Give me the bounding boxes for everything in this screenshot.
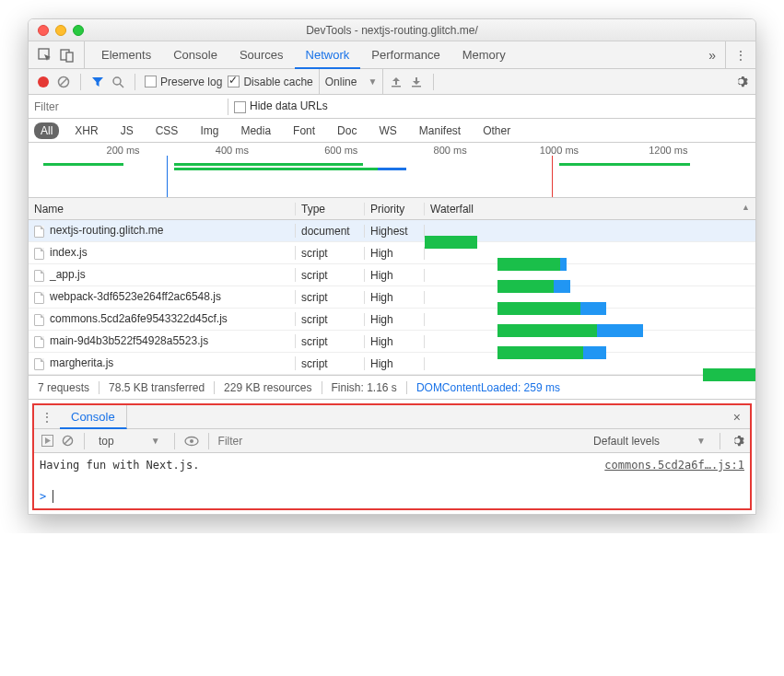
svg-line-11 bbox=[64, 437, 71, 444]
close-drawer-button[interactable]: × bbox=[724, 410, 750, 425]
network-table: Name Type Priority Waterfall▲ nextjs-rou… bbox=[29, 198, 755, 376]
type-filter-all[interactable]: All bbox=[34, 122, 59, 139]
type-filter-manifest[interactable]: Manifest bbox=[413, 122, 467, 139]
network-summary: 7 requests 78.5 KB transferred 229 KB re… bbox=[29, 376, 755, 400]
file-icon bbox=[34, 292, 44, 304]
console-clear-icon[interactable] bbox=[60, 434, 75, 449]
col-header-type[interactable]: Type bbox=[296, 203, 365, 216]
disable-cache-checkbox[interactable]: Disable cache bbox=[228, 76, 312, 88]
table-row[interactable]: webpack-3df6523e264ff2ac6548.jsscriptHig… bbox=[29, 286, 755, 309]
hide-data-urls-checkbox[interactable]: Hide data URLs bbox=[234, 99, 328, 112]
console-source-link[interactable]: commons.5cd2a6f….js:1 bbox=[604, 459, 744, 472]
type-filter-xhr[interactable]: XHR bbox=[68, 122, 104, 139]
filter-toggle-icon[interactable] bbox=[90, 75, 105, 89]
console-prompt[interactable]: > bbox=[34, 490, 750, 508]
type-filter-ws[interactable]: WS bbox=[372, 122, 403, 139]
console-levels-select[interactable]: Default levels▼ bbox=[589, 434, 710, 449]
console-filter-input[interactable] bbox=[218, 435, 375, 448]
timeline-tick: 400 ms bbox=[216, 145, 249, 156]
record-button[interactable] bbox=[36, 75, 51, 89]
tab-memory[interactable]: Memory bbox=[451, 41, 517, 69]
tab-elements[interactable]: Elements bbox=[90, 41, 162, 69]
window-title: DevTools - nextjs-routing.glitch.me/ bbox=[29, 24, 755, 37]
timeline-tick: 800 ms bbox=[434, 145, 467, 156]
timeline-overview[interactable]: 200 ms400 ms600 ms800 ms1000 ms1200 ms bbox=[29, 143, 755, 198]
svg-rect-8 bbox=[412, 86, 421, 87]
tab-sources[interactable]: Sources bbox=[228, 41, 295, 69]
console-context-select[interactable]: top▼ bbox=[94, 434, 165, 449]
console-message: Having fun with Next.js.commons.5cd2a6f…… bbox=[40, 457, 744, 473]
type-filter-media[interactable]: Media bbox=[234, 122, 277, 139]
summary-transferred: 78.5 KB transferred bbox=[99, 381, 215, 394]
timeline-tick: 1200 ms bbox=[649, 145, 687, 156]
table-row[interactable]: index.jsscriptHigh bbox=[29, 242, 755, 264]
timeline-tick: 1000 ms bbox=[540, 145, 579, 156]
col-header-waterfall[interactable]: Waterfall▲ bbox=[425, 203, 755, 216]
network-settings-icon[interactable] bbox=[733, 75, 748, 89]
file-icon bbox=[34, 270, 44, 282]
throttle-select[interactable]: Online▼ bbox=[319, 69, 384, 94]
titlebar: DevTools - nextjs-routing.glitch.me/ bbox=[29, 19, 755, 41]
file-icon bbox=[34, 358, 44, 370]
download-har-icon[interactable] bbox=[409, 75, 424, 89]
file-icon bbox=[34, 336, 44, 348]
summary-requests: 7 requests bbox=[29, 381, 99, 394]
console-drawer: ⋮ Console × top▼ Default levels▼ Having … bbox=[32, 403, 752, 510]
device-toggle-icon[interactable] bbox=[60, 48, 75, 63]
minimize-window-button[interactable] bbox=[55, 25, 66, 36]
upload-har-icon[interactable] bbox=[389, 75, 404, 89]
table-row[interactable]: _app.jsscriptHigh bbox=[29, 264, 755, 286]
console-play-icon[interactable] bbox=[40, 434, 54, 449]
summary-finish: Finish: 1.16 s bbox=[322, 381, 407, 394]
type-filter-other[interactable]: Other bbox=[476, 122, 517, 139]
devtools-menu-button[interactable]: ⋮ bbox=[725, 41, 755, 68]
table-row[interactable]: nextjs-routing.glitch.medocumentHighest bbox=[29, 220, 755, 242]
type-filter-js[interactable]: JS bbox=[114, 122, 140, 139]
drawer-menu-button[interactable]: ⋮ bbox=[34, 411, 60, 424]
file-icon bbox=[34, 226, 44, 238]
preserve-log-checkbox[interactable]: Preserve log bbox=[145, 76, 222, 88]
table-row[interactable]: margherita.jsscriptHigh bbox=[29, 353, 755, 375]
table-row[interactable]: main-9d4b3b522f54928a5523.jsscriptHigh bbox=[29, 331, 755, 353]
type-filter-img[interactable]: Img bbox=[193, 122, 225, 139]
table-row[interactable]: commons.5cd2a6fe9543322d45cf.jsscriptHig… bbox=[29, 309, 755, 331]
console-tab[interactable]: Console bbox=[60, 405, 127, 429]
filter-input[interactable] bbox=[29, 96, 222, 118]
file-icon bbox=[34, 314, 44, 326]
type-filter-css[interactable]: CSS bbox=[149, 122, 185, 139]
type-filter-row: AllXHRJSCSSImgMediaFontDocWSManifestOthe… bbox=[29, 119, 755, 143]
inspect-icon[interactable] bbox=[38, 48, 53, 63]
col-header-name[interactable]: Name bbox=[29, 203, 296, 216]
network-toolbar: Preserve log Disable cache Online▼ bbox=[29, 69, 755, 95]
console-live-expr-icon[interactable] bbox=[184, 434, 199, 449]
close-window-button[interactable] bbox=[38, 25, 49, 36]
svg-point-5 bbox=[113, 77, 121, 85]
tab-console[interactable]: Console bbox=[162, 41, 228, 69]
type-filter-font[interactable]: Font bbox=[287, 122, 322, 139]
tab-performance[interactable]: Performance bbox=[360, 41, 451, 69]
timeline-tick: 600 ms bbox=[324, 145, 357, 156]
svg-line-4 bbox=[61, 78, 67, 85]
clear-button[interactable] bbox=[56, 75, 71, 89]
timeline-tick: 200 ms bbox=[107, 145, 140, 156]
svg-line-6 bbox=[120, 84, 123, 87]
file-icon bbox=[34, 248, 44, 260]
svg-point-13 bbox=[190, 439, 193, 443]
col-header-priority[interactable]: Priority bbox=[365, 203, 425, 216]
zoom-window-button[interactable] bbox=[73, 25, 84, 36]
filter-row: Hide data URLs bbox=[29, 95, 755, 119]
svg-rect-2 bbox=[66, 52, 73, 62]
main-tabs: ElementsConsoleSourcesNetworkPerformance… bbox=[29, 41, 755, 69]
console-settings-icon[interactable] bbox=[730, 434, 744, 449]
summary-resources: 229 KB resources bbox=[215, 381, 322, 394]
search-icon[interactable] bbox=[111, 75, 125, 89]
summary-dcl: DOMContentLoaded: 259 ms bbox=[407, 381, 569, 394]
svg-rect-7 bbox=[392, 86, 401, 87]
more-tabs-button[interactable]: » bbox=[699, 48, 725, 63]
type-filter-doc[interactable]: Doc bbox=[331, 122, 363, 139]
tab-network[interactable]: Network bbox=[295, 41, 361, 69]
